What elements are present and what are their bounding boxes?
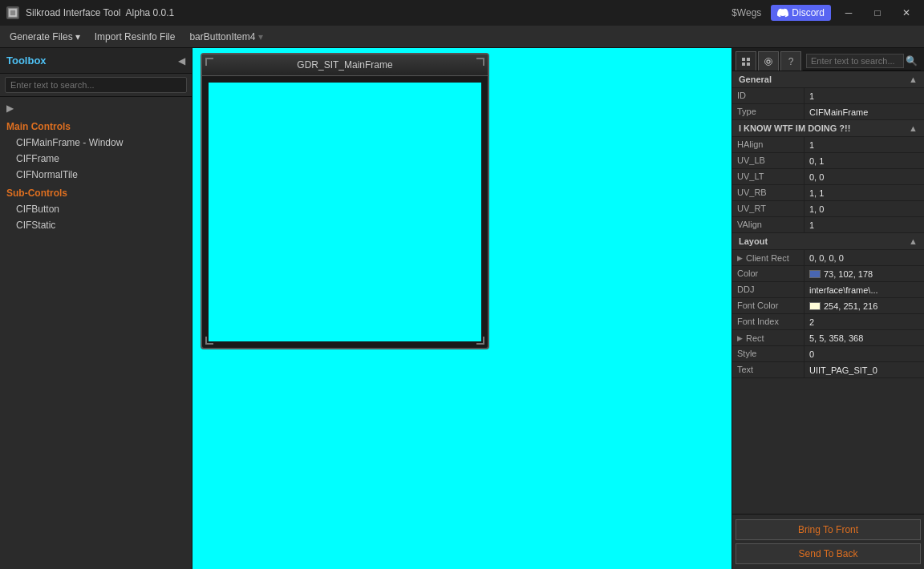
canvas-area[interactable]: GDR_SIT_MainFrame: [192, 48, 732, 569]
fontcolor-swatch: [809, 302, 821, 310]
menu-generate-files[interactable]: Generate Files ▾: [3, 28, 87, 46]
discord-button[interactable]: Discord: [771, 5, 831, 21]
prop-text-value[interactable]: UIIT_PAG_SIT_0: [804, 362, 924, 377]
expand-arrow-icon: ▶: [737, 254, 743, 262]
discord-icon: [777, 7, 788, 18]
tab-help[interactable]: ?: [780, 51, 801, 71]
prop-color-value[interactable]: 73, 102, 178: [804, 266, 924, 281]
prop-uvlb-name: UV_LB: [732, 153, 804, 168]
prop-id-value[interactable]: 1: [804, 88, 924, 103]
breadcrumb-item4[interactable]: barButtonItem4 ▾: [183, 28, 270, 46]
prop-uvrb-value[interactable]: 1, 1: [804, 185, 924, 200]
prop-valign-value[interactable]: 1: [804, 217, 924, 232]
prop-id: ID 1: [732, 88, 924, 104]
prop-fontcolor-value[interactable]: 254, 251, 216: [804, 298, 924, 313]
prop-ddj-value[interactable]: interface\frame\...: [804, 282, 924, 297]
frame-outer: GDR_SIT_MainFrame: [201, 53, 489, 349]
section-iknow-collapse[interactable]: ▲: [909, 123, 918, 133]
toolbox-search-bar: [0, 74, 192, 97]
tree-item-cifframe[interactable]: CIFFrame: [0, 151, 192, 167]
tab-gear[interactable]: [758, 51, 779, 71]
prop-style: Style 0: [732, 346, 924, 362]
app-title: Silkroad Interface Tool Alpha 0.0.1: [26, 7, 725, 18]
grid-icon: [741, 57, 751, 67]
tree-section: ▶ Main Controls CIFMainFrame - Window CI…: [0, 97, 192, 236]
tree-item-cifnormaltile[interactable]: CIFNormalTile: [0, 167, 192, 183]
prop-rect: ▶ Rect 5, 5, 358, 368: [732, 330, 924, 346]
frame-inner-content: [209, 83, 481, 341]
prop-uvlt-name: UV_LT: [732, 169, 804, 184]
section-general-label: General: [739, 75, 772, 84]
prop-rect-value[interactable]: 5, 5, 358, 368: [804, 330, 924, 345]
tree-toggle[interactable]: ▶: [0, 100, 192, 116]
prop-uvlb-value[interactable]: 0, 1: [804, 153, 924, 168]
color-swatch: [809, 270, 821, 278]
prop-uvlt-value[interactable]: 0, 0: [804, 169, 924, 184]
send-to-back-button[interactable]: Send To Back: [736, 543, 921, 564]
section-layout-collapse[interactable]: ▲: [909, 236, 918, 246]
toolbox-title: Toolbox: [6, 54, 47, 67]
menu-bar: Generate Files ▾ Import Resinfo File bar…: [0, 26, 924, 48]
panel-tabs: ? 🔍: [732, 48, 924, 71]
prop-text-name: Text: [732, 362, 804, 377]
prop-uvlb: UV_LB 0, 1: [732, 153, 924, 169]
sub-controls-header: Sub-Controls: [0, 183, 192, 201]
svg-rect-4: [742, 63, 745, 66]
prop-style-value[interactable]: 0: [804, 346, 924, 361]
tree-item-cifstatic[interactable]: CIFStatic: [0, 217, 192, 233]
maximize-button[interactable]: □: [866, 4, 889, 22]
settings-icon: [764, 57, 773, 67]
prop-uvlt: UV_LT 0, 0: [732, 169, 924, 185]
prop-halign: HAlign 1: [732, 137, 924, 153]
prop-style-name: Style: [732, 346, 804, 361]
prop-type-name: Type: [732, 104, 804, 119]
search-icon: 🔍: [906, 55, 918, 67]
prop-rect-name: ▶ Rect: [732, 330, 804, 345]
prop-type: Type CIFMainFrame: [732, 104, 924, 120]
panel-search: 🔍: [803, 51, 921, 71]
section-general: General ▲: [732, 71, 924, 88]
prop-uvrb-name: UV_RB: [732, 185, 804, 200]
minimize-button[interactable]: ─: [837, 4, 860, 22]
app-icon: [6, 6, 19, 19]
prop-uvrt: UV_RT 1, 0: [732, 201, 924, 217]
tree-item-cifbutton[interactable]: CIFButton: [0, 201, 192, 217]
tab-grid[interactable]: [736, 51, 756, 71]
rect-expand-arrow-icon: ▶: [737, 334, 743, 342]
prop-valign: VAlign 1: [732, 217, 924, 233]
svg-rect-2: [742, 58, 745, 61]
right-panel: ? 🔍 General ▲ ID 1 Type CIFMainFrame: [732, 48, 924, 569]
section-layout-label: Layout: [739, 236, 768, 246]
main-layout: Toolbox ◀ ▶ Main Controls CIFMainFrame -…: [0, 48, 924, 569]
dropdown-arrow-icon: ▾: [75, 31, 80, 42]
prop-fontindex-value[interactable]: 2: [804, 314, 924, 329]
prop-uvrt-value[interactable]: 1, 0: [804, 201, 924, 216]
prop-valign-name: VAlign: [732, 217, 804, 232]
wegs-label: $Wegs: [732, 7, 761, 18]
close-button[interactable]: ✕: [895, 4, 918, 22]
prop-halign-value[interactable]: 1: [804, 137, 924, 152]
prop-id-name: ID: [732, 88, 804, 103]
prop-type-value[interactable]: CIFMainFrame: [804, 104, 924, 119]
discord-label: Discord: [792, 7, 825, 18]
corner-tl: [205, 58, 213, 66]
section-iknow: I KNOW WTF IM DOING ?!! ▲: [732, 120, 924, 137]
section-iknow-label: I KNOW WTF IM DOING ?!!: [739, 123, 850, 133]
prop-color-name: Color: [732, 266, 804, 281]
tree-item-cifmainframe[interactable]: CIFMainFrame - Window: [0, 135, 192, 151]
svg-point-6: [767, 60, 770, 63]
frame-widget[interactable]: GDR_SIT_MainFrame: [201, 53, 489, 349]
panel-search-input[interactable]: [806, 54, 904, 68]
corner-bl: [205, 337, 213, 345]
prop-uvrb: UV_RB 1, 1: [732, 185, 924, 201]
prop-clientrect-name: ▶ Client Rect: [732, 250, 804, 265]
prop-clientrect-value[interactable]: 0, 0, 0, 0: [804, 250, 924, 265]
toolbox-header: Toolbox ◀: [0, 48, 192, 74]
prop-fontindex: Font Index 2: [732, 314, 924, 330]
menu-import-resinfo[interactable]: Import Resinfo File: [88, 28, 182, 46]
toolbox-collapse-button[interactable]: ◀: [178, 55, 185, 67]
section-general-collapse[interactable]: ▲: [909, 75, 918, 84]
bring-to-front-button[interactable]: Bring To Front: [736, 519, 921, 540]
properties-list: General ▲ ID 1 Type CIFMainFrame I KNOW …: [732, 71, 924, 514]
toolbox-search-input[interactable]: [5, 77, 187, 93]
